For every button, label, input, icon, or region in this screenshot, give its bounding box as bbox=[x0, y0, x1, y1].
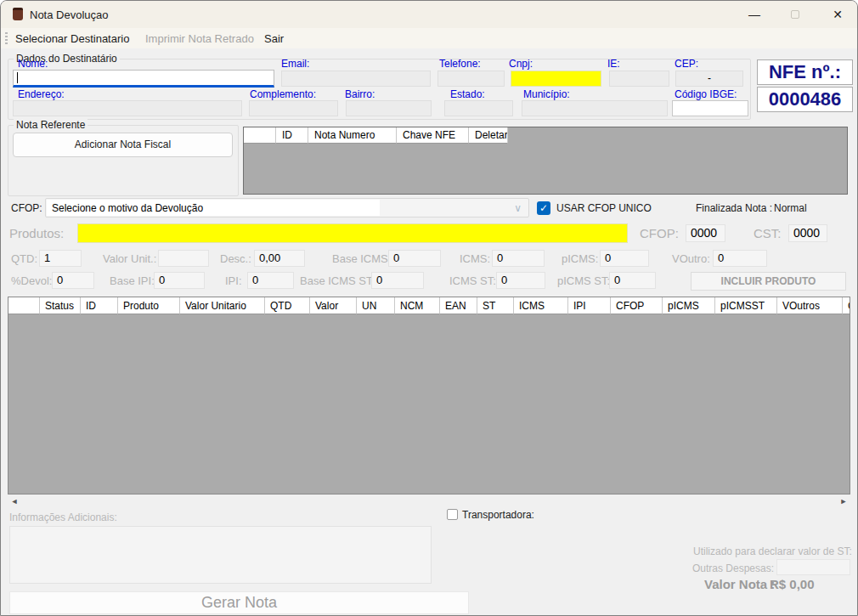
ptable-col-rowheader[interactable] bbox=[8, 297, 40, 314]
cnpj-input[interactable] bbox=[511, 71, 601, 87]
produto-cfop-input[interactable]: 0000 bbox=[686, 224, 725, 242]
informacoes-adicionais-textarea[interactable] bbox=[9, 526, 432, 584]
scroll-right-icon[interactable]: ► bbox=[838, 496, 850, 507]
ptable-col-picms[interactable]: pICMS bbox=[663, 297, 715, 314]
usar-cfop-unico-checkbox[interactable]: ✓ bbox=[537, 201, 550, 215]
produto-cst-input[interactable]: 0000 bbox=[788, 224, 827, 242]
ptable-col-qtd[interactable]: QTD bbox=[265, 297, 310, 314]
ie-label: IE: bbox=[607, 58, 620, 70]
ptable-col-picmsst[interactable]: pICMSST bbox=[715, 297, 777, 314]
ptable-col-valor-unitario[interactable]: Valor Unitario bbox=[180, 297, 265, 314]
ptable-col-ipi[interactable]: IPI bbox=[568, 297, 611, 314]
minimize-button[interactable]: — bbox=[735, 1, 774, 28]
ptable-col-cfop[interactable]: CFOP bbox=[611, 297, 663, 314]
ptable-col-ncm[interactable]: NCM bbox=[395, 297, 440, 314]
cfop-combo-label: CFOP: bbox=[11, 202, 42, 214]
ipi-input[interactable]: 0 bbox=[247, 272, 294, 289]
pdevol-label: %Devol: bbox=[11, 274, 52, 287]
base-icms-st-input[interactable]: 0 bbox=[371, 272, 424, 289]
refgrid-col-deletar[interactable]: Deletar bbox=[469, 127, 508, 144]
refgrid-col-id[interactable]: ID bbox=[276, 127, 308, 144]
products-table: Status ID Produto Valor Unitario QTD Val… bbox=[8, 297, 850, 494]
email-label: Email: bbox=[281, 58, 309, 70]
valor-nota-value: R$ 0,00 bbox=[770, 577, 815, 591]
complemento-input[interactable] bbox=[249, 100, 338, 116]
gerar-nota-button[interactable]: Gerar Nota bbox=[9, 591, 469, 614]
base-icms-input[interactable]: 0 bbox=[388, 250, 441, 267]
finalizada-nota-value: Normal bbox=[774, 202, 807, 214]
ptable-col-voutros[interactable]: VOutros bbox=[777, 297, 843, 314]
bairro-input[interactable] bbox=[346, 100, 432, 116]
estado-label: Estado: bbox=[450, 88, 485, 100]
icms-st-label: ICMS ST: bbox=[449, 274, 496, 287]
nota-referente-grid: ID Nota Numero Chave NFE Deletar bbox=[243, 127, 848, 195]
municipio-input[interactable] bbox=[522, 100, 668, 116]
base-icms-st-label: Base ICMS ST: bbox=[300, 274, 375, 287]
menu-sair[interactable]: Sair bbox=[260, 31, 288, 47]
base-icms-label: Base ICMS: bbox=[332, 252, 391, 265]
title-bar[interactable]: Nota Devoluçao — ✕ bbox=[1, 1, 857, 28]
nfe-number-label: NFE nº.: bbox=[757, 59, 853, 85]
menu-bar: Selecionar Destinatario Imprimir Nota Re… bbox=[1, 28, 857, 48]
telefone-input[interactable] bbox=[437, 71, 505, 87]
nome-label: Nome: bbox=[18, 58, 48, 70]
checkbox-check-icon: ✓ bbox=[539, 202, 548, 214]
cep-input[interactable]: - bbox=[675, 71, 743, 87]
telefone-label: Telefone: bbox=[439, 58, 481, 70]
scroll-left-icon[interactable]: ◄ bbox=[8, 496, 20, 507]
valor-nota-label: Valor Nota : bbox=[704, 577, 775, 591]
outras-despesas-label: Outras Despesas: bbox=[692, 562, 774, 574]
estado-input[interactable] bbox=[444, 100, 513, 116]
ptable-col-status[interactable]: Status bbox=[40, 297, 81, 314]
refgrid-col-nota-numero[interactable]: Nota Numero bbox=[308, 127, 397, 144]
email-input[interactable] bbox=[281, 71, 431, 87]
ptable-col-valor[interactable]: Valor bbox=[310, 297, 357, 314]
maximize-button[interactable] bbox=[776, 1, 815, 28]
ptable-col-st[interactable]: ST bbox=[477, 297, 514, 314]
voutro-label: VOutro: bbox=[672, 252, 710, 265]
valor-unit-label: Valor Unit.: bbox=[103, 252, 156, 265]
endereco-input[interactable] bbox=[13, 100, 242, 116]
base-ipi-input[interactable]: 0 bbox=[154, 272, 205, 289]
nome-input[interactable] bbox=[13, 70, 274, 88]
st-note-label: Utilizado para declarar valor de ST: bbox=[693, 545, 852, 557]
outras-despesas-input[interactable] bbox=[776, 559, 850, 575]
ie-input[interactable] bbox=[609, 71, 669, 87]
ptable-col-id[interactable]: ID bbox=[81, 297, 118, 314]
usar-cfop-unico-label[interactable]: USAR CFOP UNICO bbox=[556, 202, 652, 214]
products-table-hscrollbar[interactable]: ◄ ► bbox=[8, 495, 850, 508]
menu-selecionar-destinatario[interactable]: Selecionar Destinatario bbox=[11, 31, 133, 47]
ptable-col-produto[interactable]: Produto bbox=[118, 297, 180, 314]
base-ipi-label: Base IPI: bbox=[110, 274, 155, 287]
icms-input[interactable]: 0 bbox=[492, 250, 545, 267]
menu-imprimir-nota-retrado[interactable]: Imprimir Nota Retrado bbox=[141, 31, 258, 47]
codigo-ibge-label: Código IBGE: bbox=[675, 88, 737, 100]
valor-unit-input[interactable] bbox=[158, 250, 209, 267]
ptable-col-ean[interactable]: EAN bbox=[440, 297, 477, 314]
produtos-input[interactable] bbox=[77, 223, 628, 243]
adicionar-nota-fiscal-button[interactable]: Adicionar Nota Fiscal bbox=[13, 133, 233, 157]
codigo-ibge-input[interactable] bbox=[672, 100, 748, 116]
pdevol-input[interactable]: 0 bbox=[52, 272, 94, 289]
ptable-col-cst[interactable]: CST bbox=[843, 297, 850, 314]
voutro-input[interactable]: 0 bbox=[713, 250, 767, 267]
cfop-motivo-combobox[interactable]: Selecione o motivo da Devolução ∨ bbox=[45, 198, 529, 218]
municipio-label: Município: bbox=[523, 88, 570, 100]
bairro-label: Bairro: bbox=[345, 88, 375, 100]
refgrid-col-rowheader[interactable] bbox=[244, 127, 276, 144]
picms-input[interactable]: 0 bbox=[600, 250, 649, 267]
refgrid-col-chave-nfe[interactable]: Chave NFE bbox=[397, 127, 469, 144]
incluir-produto-button[interactable]: INCLUIR PRODUTO bbox=[691, 272, 846, 291]
complemento-label: Complemento: bbox=[250, 88, 316, 100]
desc-input[interactable]: 0,00 bbox=[254, 250, 305, 267]
picms-st-input[interactable]: 0 bbox=[609, 272, 656, 289]
ptable-col-un[interactable]: UN bbox=[357, 297, 395, 314]
transportadora-label[interactable]: Transportadora: bbox=[462, 509, 534, 521]
nota-referente-group-title: Nota Referente bbox=[14, 119, 87, 131]
icms-st-input[interactable]: 0 bbox=[496, 272, 545, 289]
ptable-col-icms[interactable]: ICMS bbox=[514, 297, 568, 314]
app-icon bbox=[13, 8, 23, 20]
qtd-input[interactable]: 1 bbox=[39, 250, 82, 267]
transportadora-checkbox[interactable] bbox=[447, 509, 458, 520]
close-button[interactable]: ✕ bbox=[818, 1, 857, 28]
